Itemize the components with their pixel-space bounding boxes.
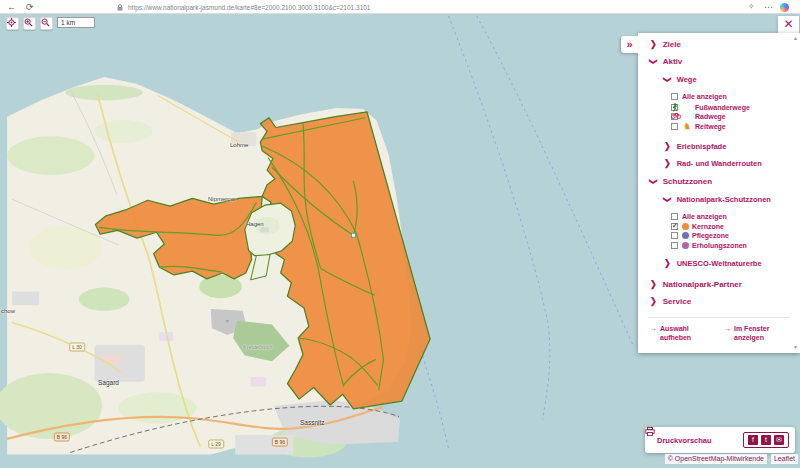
arrow-right-icon: →: [724, 324, 731, 342]
section-label: Service: [663, 297, 691, 306]
locate-button[interactable]: [6, 17, 19, 30]
zone-color-dot: [682, 223, 689, 230]
bike-icon: [682, 112, 692, 121]
zone-color-dot: [682, 232, 689, 239]
social-box: ft✉: [743, 432, 789, 448]
road-badge-l-29: L 29: [208, 440, 224, 449]
map-scale-bar: 1 km: [57, 17, 95, 28]
link-im-fenster-anzeigen[interactable]: →Im Fenster anzeigen: [724, 324, 776, 342]
chevron-down-icon: ❯: [663, 196, 672, 203]
zone-color-dot: [682, 242, 689, 249]
chevron-down-icon: ❯: [663, 76, 672, 83]
app-window: ← ⟳ https://www.nationalpark-jasmund.de/…: [0, 0, 800, 468]
section-schutzzonen[interactable]: ❯Schutzzonen: [650, 177, 712, 186]
chevron-down-icon: ❯: [649, 178, 658, 185]
section-service[interactable]: ❯Service: [650, 297, 691, 306]
osm-attribution-link[interactable]: © OpenStreetMap-Mitwirkende: [665, 454, 767, 464]
svg-text:✕: ✕: [225, 319, 229, 324]
browser-toolbar: ← ⟳ https://www.nationalpark-jasmund.de/…: [0, 0, 800, 14]
chevron-right-icon: ❯: [664, 259, 671, 269]
scroll-up-icon[interactable]: ▲: [793, 36, 798, 41]
section-rad-und-wanderrouten[interactable]: ❯Rad- und Wanderrouten: [664, 159, 762, 168]
checkbox-label: Pflegezone: [692, 232, 729, 239]
section-nationalpark-schutzzonen[interactable]: ❯Nationalpark-Schutzzonen: [664, 195, 771, 204]
horse-icon: ♞: [682, 122, 692, 131]
checkbox-label: Kernzone: [692, 223, 724, 230]
section-label: Erlebnispfade: [677, 142, 727, 151]
checkbox-label: Fußwanderwege: [695, 104, 750, 111]
map-label-sassnitz: Sassnitz: [300, 419, 325, 426]
checkbox[interactable]: [671, 93, 678, 100]
browser-reload-icon[interactable]: ⟳: [26, 0, 34, 14]
section-unesco-weltnaturerbe[interactable]: ❯UNESCO-Weltnaturerbe: [664, 259, 762, 268]
section-wege[interactable]: ❯Wege: [664, 75, 697, 84]
zoom-out-button[interactable]: [40, 17, 53, 30]
checkbox-label: Radwege: [695, 113, 726, 120]
leaflet-link[interactable]: Leaflet: [771, 454, 798, 464]
browser-sparkle-icon[interactable]: ✧: [748, 0, 755, 14]
section-aktiv[interactable]: ❯Aktiv: [650, 57, 682, 66]
road-badge-l-30: L 30: [69, 343, 85, 352]
checkbox-label: Reitwege: [695, 123, 726, 130]
checkbox-row-radwege[interactable]: Radwege: [671, 112, 726, 121]
layer-panel: » ▲ ▼ ❯Ziele❯Aktiv❯WegeAlle anzeigenFußw…: [638, 33, 800, 353]
checkbox-label: Alle anzeigen: [682, 213, 727, 220]
map-canvas[interactable]: ✕ LohmeNipmerowHagenSagardSassnitzchowKr…: [0, 14, 800, 468]
checkbox-row-reitwege[interactable]: ♞Reitwege: [671, 122, 726, 131]
section-nationalpark-partner[interactable]: ❯Nationalpark-Partner: [650, 280, 742, 289]
panel-divider: [648, 317, 790, 318]
checkbox-label: Erholungszonen: [692, 242, 747, 249]
section-label: Ziele: [663, 40, 681, 49]
checkbox-row-kernzone[interactable]: Kernzone: [671, 223, 724, 230]
browser-profile-icon[interactable]: [780, 3, 789, 12]
section-label: Nationalpark-Schutzzonen: [677, 195, 771, 204]
map-label-sagard: Sagard: [98, 379, 119, 386]
section-erlebnispfade[interactable]: ❯Erlebnispfade: [664, 142, 726, 151]
section-ziele[interactable]: ❯Ziele: [650, 40, 681, 49]
map-label-lohme: Lohme: [230, 142, 248, 148]
checkbox-row-erholungszonen[interactable]: Erholungszonen: [671, 242, 747, 249]
map-label-kreidebruch: Kreidebruch: [243, 344, 273, 350]
section-label: Wege: [677, 75, 697, 84]
section-label: Rad- und Wanderrouten: [677, 159, 762, 168]
mail-icon[interactable]: ✉: [774, 435, 784, 445]
map-attribution: © OpenStreetMap-Mitwirkende Leaflet: [665, 454, 798, 464]
chevron-right-icon: ❯: [650, 280, 657, 290]
browser-back-icon[interactable]: ←: [7, 0, 16, 14]
twitter-icon[interactable]: t: [761, 435, 771, 445]
section-label: Aktiv: [663, 57, 683, 66]
zoom-in-button[interactable]: [23, 17, 36, 30]
checkbox-row-fu-wanderwege[interactable]: Fußwanderwege: [671, 103, 750, 112]
map-label-nipmerow: Nipmerow: [208, 196, 235, 202]
road-badge-b-96: B 96: [272, 438, 288, 447]
panel-expand-tab[interactable]: »: [621, 36, 638, 53]
checkbox[interactable]: [671, 232, 678, 239]
panel-footer-links: →Auswahl aufheben→Im Fenster anzeigen: [650, 324, 776, 342]
arrow-right-icon: →: [650, 324, 657, 342]
checkbox[interactable]: [671, 123, 678, 130]
printer-icon: [645, 427, 655, 436]
close-icon[interactable]: ✕: [778, 16, 799, 34]
checkbox-row-alle-anzeigen[interactable]: Alle anzeigen: [671, 93, 727, 100]
print-preview-link[interactable]: Druckvorschau: [657, 436, 712, 445]
checkbox[interactable]: [671, 242, 678, 249]
chevron-right-icon: ❯: [664, 159, 671, 169]
lock-icon: [117, 4, 123, 11]
checkbox[interactable]: [671, 223, 678, 230]
print-card: Druckvorschau ft✉: [645, 427, 795, 453]
scroll-down-icon[interactable]: ▼: [793, 345, 798, 350]
section-label: Nationalpark-Partner: [663, 280, 742, 289]
facebook-icon[interactable]: f: [748, 435, 758, 445]
chevron-down-icon: ❯: [649, 58, 658, 65]
chevron-right-icon: ❯: [650, 40, 657, 50]
checkbox-row-pflegezone[interactable]: Pflegezone: [671, 232, 729, 239]
checkbox[interactable]: [671, 213, 678, 220]
checkbox-row-alle-anzeigen[interactable]: Alle anzeigen: [671, 213, 727, 220]
link-auswahl-aufheben[interactable]: →Auswahl aufheben: [650, 324, 702, 342]
chevron-right-icon: ❯: [664, 142, 671, 152]
browser-menu-icon[interactable]: ⋯: [764, 0, 773, 14]
map-label-hagen: Hagen: [246, 221, 264, 227]
map-label-chow: chow: [1, 308, 15, 314]
road-badge-b-96: B 96: [54, 433, 70, 442]
address-bar[interactable]: https://www.nationalpark-jasmund.de/kart…: [128, 0, 370, 14]
